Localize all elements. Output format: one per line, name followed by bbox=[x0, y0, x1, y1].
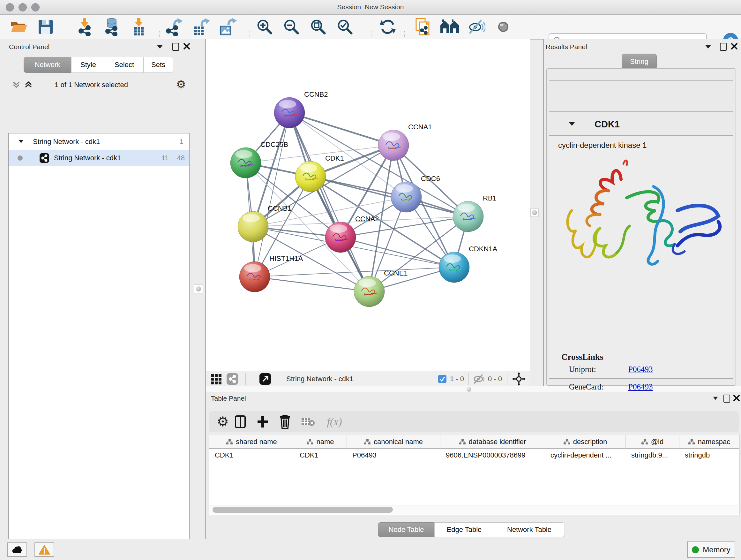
show-all-button[interactable] bbox=[491, 17, 515, 37]
open-folder-icon bbox=[10, 19, 28, 35]
column-header-name[interactable]: name bbox=[294, 435, 347, 449]
column-header-shared-name[interactable]: shared name bbox=[209, 435, 294, 449]
network-node-CCNB2[interactable] bbox=[274, 98, 305, 128]
tab-node-table[interactable]: Node Table bbox=[378, 522, 434, 537]
cell-namespace[interactable]: stringdb bbox=[679, 449, 739, 462]
network-edge[interactable] bbox=[255, 277, 369, 292]
network-node-CDC6[interactable] bbox=[391, 182, 421, 212]
control-panel-float-icon[interactable] bbox=[172, 43, 179, 51]
network-node-CDKN1A[interactable] bbox=[439, 252, 469, 283]
column-header-canonical-name[interactable]: canonical name bbox=[347, 435, 441, 449]
network-collection-row[interactable]: String Network - cdk1 1 bbox=[9, 133, 189, 150]
crosslink-link[interactable]: P06493 bbox=[628, 382, 653, 391]
cell-description[interactable]: cyclin-dependent ... bbox=[545, 449, 625, 462]
gene-expander-icon[interactable] bbox=[569, 122, 575, 126]
scrollbar-thumb[interactable] bbox=[212, 507, 393, 513]
column-header-id[interactable]: @id bbox=[626, 435, 679, 449]
results-panel-close-icon[interactable] bbox=[731, 43, 738, 50]
crosslink-link[interactable]: P06493 bbox=[628, 365, 653, 374]
import-table-file-button[interactable] bbox=[127, 17, 151, 37]
tab-edge-table[interactable]: Edge Table bbox=[434, 522, 494, 537]
delete-column-trash-icon[interactable] bbox=[279, 415, 301, 429]
network-node-CDK1[interactable] bbox=[295, 161, 326, 192]
network-options-gear-icon[interactable]: ⚙ bbox=[176, 79, 186, 90]
network-node-RB1[interactable] bbox=[453, 201, 483, 232]
control-panel-close-icon[interactable] bbox=[183, 43, 190, 50]
table-settings-gear-icon[interactable]: ⚙ bbox=[212, 415, 234, 428]
zoom-selected-button[interactable] bbox=[333, 17, 357, 37]
network-node-CCNA2[interactable] bbox=[325, 222, 356, 253]
tab-network-table[interactable]: Network Table bbox=[494, 522, 565, 537]
function-builder-icon[interactable]: f(x) bbox=[323, 416, 346, 428]
tab-select[interactable]: Select bbox=[105, 57, 144, 73]
import-network-file-button[interactable] bbox=[73, 17, 96, 37]
import-network-database-button[interactable] bbox=[99, 17, 123, 37]
column-header-description[interactable]: description bbox=[545, 435, 626, 449]
node-label: HIST1H1A bbox=[269, 254, 303, 262]
tab-network[interactable]: Network bbox=[23, 57, 71, 73]
gene-entry-header[interactable]: CDK1 bbox=[549, 113, 733, 136]
table-panel-close-icon[interactable] bbox=[733, 395, 740, 401]
control-panel-menu-icon[interactable] bbox=[157, 45, 163, 49]
zoom-in-button[interactable] bbox=[253, 17, 276, 37]
network-node-CDC25B[interactable] bbox=[230, 147, 261, 178]
open-session-button[interactable] bbox=[7, 17, 30, 37]
detach-view-icon[interactable] bbox=[259, 373, 271, 385]
network-node-CCNB1[interactable] bbox=[238, 211, 268, 242]
network-row[interactable]: String Network - cdk1 11 48 bbox=[9, 150, 189, 166]
column-header-namespace[interactable]: namespac bbox=[679, 435, 739, 449]
cell-name[interactable]: CDK1 bbox=[294, 449, 347, 462]
tab-string[interactable]: String bbox=[622, 54, 657, 70]
delete-table-icon[interactable] bbox=[301, 416, 323, 428]
column-header-database-identifier[interactable]: database identifier bbox=[441, 435, 545, 449]
center-view-crosshair-icon[interactable] bbox=[512, 372, 526, 386]
network-canvas[interactable]: CCNB2CCNA1CDC25BCDK1CDC6RB1CCNB1CCNA2CDK… bbox=[206, 39, 530, 371]
column-type-icon bbox=[563, 439, 570, 445]
network-node-HIST1H1A[interactable] bbox=[239, 261, 270, 292]
network-node-CCNA1[interactable] bbox=[378, 130, 409, 161]
network-edge[interactable] bbox=[289, 113, 394, 145]
network-edge[interactable] bbox=[289, 113, 369, 292]
show-columns-icon[interactable] bbox=[234, 415, 256, 429]
network-edge-count: 48 bbox=[177, 154, 185, 162]
horizontal-splitter-handle[interactable] bbox=[467, 387, 471, 392]
cell-shared-name[interactable]: CDK1 bbox=[209, 449, 294, 462]
network-overview-share-icon[interactable] bbox=[226, 373, 239, 385]
network-node-CCNE1[interactable] bbox=[354, 276, 385, 307]
zoom-out-button[interactable] bbox=[280, 17, 303, 37]
separator bbox=[277, 373, 277, 385]
memory-status-dot bbox=[692, 546, 699, 553]
left-splitter-handle[interactable] bbox=[194, 285, 203, 294]
network-edge[interactable] bbox=[255, 113, 289, 277]
birds-eye-grid-icon[interactable] bbox=[210, 373, 222, 385]
collection-expander-icon[interactable] bbox=[19, 140, 23, 143]
right-splitter-handle[interactable] bbox=[530, 208, 539, 217]
first-neighbors-button[interactable] bbox=[438, 17, 461, 37]
network-from-file-button[interactable] bbox=[411, 17, 434, 37]
table-panel-menu-icon[interactable] bbox=[713, 397, 718, 400]
warnings-button[interactable] bbox=[35, 543, 54, 557]
network-edge[interactable] bbox=[311, 177, 468, 216]
selected-checkbox-icon[interactable] bbox=[438, 374, 447, 383]
table-panel-float-icon[interactable] bbox=[724, 395, 730, 402]
network-view-toolbar: String Network - cdk1 1 - 0 0 - 0 bbox=[206, 371, 530, 387]
save-session-button[interactable] bbox=[34, 17, 57, 37]
export-network-button[interactable] bbox=[162, 17, 186, 37]
tab-sets[interactable]: Sets bbox=[143, 57, 173, 73]
add-column-icon[interactable] bbox=[256, 415, 279, 429]
refresh-view-button[interactable] bbox=[376, 17, 400, 37]
export-image-button[interactable] bbox=[216, 17, 239, 37]
memory-button[interactable]: Memory bbox=[687, 542, 735, 558]
results-panel-float-icon[interactable] bbox=[720, 43, 727, 51]
cloud-status-button[interactable] bbox=[7, 543, 27, 557]
cell-canonical-name[interactable]: P06493 bbox=[347, 449, 440, 462]
cell-database-identifier[interactable]: 9606.ENSP00000378699 bbox=[441, 449, 545, 462]
tab-style[interactable]: Style bbox=[71, 57, 105, 73]
table-horizontal-scrollbar[interactable] bbox=[209, 505, 738, 514]
hide-selected-button[interactable] bbox=[465, 17, 488, 37]
export-table-button[interactable] bbox=[189, 17, 212, 37]
zoom-fit-button[interactable] bbox=[307, 17, 330, 37]
horizontal-splitter[interactable] bbox=[206, 386, 741, 392]
cell-id[interactable]: stringdb:9... bbox=[626, 449, 679, 462]
results-panel-menu-icon[interactable] bbox=[705, 45, 711, 49]
